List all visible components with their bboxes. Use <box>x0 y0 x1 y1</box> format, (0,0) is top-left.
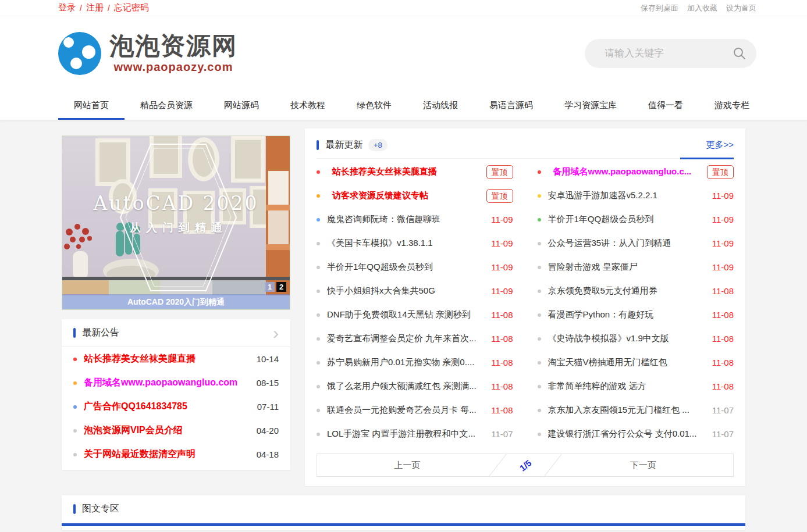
register-link[interactable]: 注册 <box>86 2 104 13</box>
update-row[interactable]: 冒险射击游戏 皇家僵尸 11-09 <box>538 255 734 279</box>
bullet-dot-icon <box>538 194 541 198</box>
nav-item[interactable]: 易语言源码 <box>474 90 549 120</box>
update-link[interactable]: 站长推荐美女丝袜美腿直播 <box>327 166 479 177</box>
update-row[interactable]: 魔鬼咨询师阮琦：微信趣聊班 11-09 <box>317 208 513 231</box>
save-to-desktop-link[interactable]: 保存到桌面 <box>641 3 678 13</box>
update-row[interactable]: 联通会员一元抢购爱奇艺会员月卡 每... 11-08 <box>317 398 513 422</box>
carousel-indicator[interactable]: 2 <box>276 282 286 292</box>
update-row[interactable]: 快手小姐姐抖x大合集共50G 11-09 <box>317 279 513 303</box>
update-link[interactable]: 备用域名www.paopaowangluo.c... <box>548 166 701 177</box>
update-link[interactable]: 联通会员一元抢购爱奇艺会员月卡 每... <box>327 405 484 416</box>
more-link[interactable]: 更多>> <box>706 140 734 151</box>
next-page-button[interactable]: 下一页 <box>553 454 734 476</box>
bullet-dot-icon <box>317 242 320 245</box>
search-input[interactable] <box>585 39 756 68</box>
announcement-link[interactable]: 广告合作QQ1641834785 <box>84 401 251 413</box>
update-link[interactable]: 京东领免费取5元支付通用券 <box>548 285 705 297</box>
carousel-image <box>62 136 290 295</box>
site-logo[interactable]: 泡泡资源网 www.paopaozy.com <box>58 32 237 75</box>
update-link[interactable]: 安卓迅游手游加速器v5.2.2.1 <box>548 190 705 201</box>
announcement-row[interactable]: 备用域名www.paopaowangluo.com 08-15 <box>73 371 279 395</box>
update-row[interactable]: 安卓迅游手游加速器v5.2.2.1 11-09 <box>538 184 734 208</box>
update-link[interactable]: 爱奇艺宣布调整会员定价 九年来首次... <box>327 333 484 344</box>
update-link[interactable]: 《史诗战争模拟器》v1.9中文版 <box>548 333 705 344</box>
update-link[interactable]: 半价开1年QQ超级会员秒到 <box>548 214 705 225</box>
site-url: www.paopaozy.com <box>114 60 233 74</box>
update-row[interactable]: DNF助手免费领取14天黑钻 亲测秒到 11-08 <box>317 303 513 327</box>
update-link[interactable]: LOL手游宝 内置手游注册教程和中文... <box>327 429 484 440</box>
nav-item[interactable]: 网站源码 <box>208 90 275 120</box>
bullet-dot-icon <box>538 266 541 269</box>
bullet-dot-icon <box>73 381 77 385</box>
update-link[interactable]: 看漫画学Python：有趣好玩 <box>548 309 705 320</box>
update-link[interactable]: 非常简单纯粹的游戏 远方 <box>548 381 705 392</box>
update-link[interactable]: 访客求资源反馈建议专帖 <box>327 190 479 201</box>
update-row[interactable]: 半价开1年QQ超级会员秒到 11-09 <box>538 208 734 231</box>
nav-item[interactable]: 活动线报 <box>407 90 474 120</box>
update-date: 11-07 <box>712 429 734 439</box>
update-link[interactable]: 冒险射击游戏 皇家僵尸 <box>548 262 705 273</box>
update-row[interactable]: 站长推荐美女丝袜美腿直播 置顶 <box>317 160 513 184</box>
login-link[interactable]: 登录 <box>58 2 76 13</box>
update-link[interactable]: 《美国卡车模拟》v1.38.1.1 <box>327 238 484 249</box>
carousel-indicator[interactable]: 1 <box>265 282 275 292</box>
update-link[interactable]: 饿了么老用户领大额满减红包 亲测满... <box>327 381 484 392</box>
new-count-badge: +8 <box>368 139 387 151</box>
update-link[interactable]: 半价开1年QQ超级会员秒到 <box>327 262 484 273</box>
carousel[interactable]: AutoCAD 2020 从入门到精通 1 2 AutoCAD 2020入门到精… <box>62 135 290 310</box>
chevron-right-icon[interactable]: › <box>273 324 279 342</box>
nav-item[interactable]: 游戏专栏 <box>699 90 765 120</box>
update-row[interactable]: 建设银行浙江省分行公众号 支付0.01... 11-07 <box>538 422 734 446</box>
nav-item[interactable]: 值得一看 <box>632 90 699 120</box>
updates-title: 最新更新 <box>325 139 362 151</box>
update-link[interactable]: 淘宝天猫V榜抽通用无门槛红包 <box>548 357 705 368</box>
update-row[interactable]: 半价开1年QQ超级会员秒到 11-09 <box>317 255 513 279</box>
update-row[interactable]: 淘宝天猫V榜抽通用无门槛红包 11-08 <box>538 351 734 374</box>
update-row[interactable]: 爱奇艺宣布调整会员定价 九年来首次... 11-08 <box>317 327 513 351</box>
update-row[interactable]: 《史诗战争模拟器》v1.9中文版 11-08 <box>538 327 734 351</box>
sticky-badge: 置顶 <box>486 189 513 203</box>
prev-page-button[interactable]: 上一页 <box>317 454 497 476</box>
update-row[interactable]: 访客求资源反馈建议专帖 置顶 <box>317 184 513 208</box>
announcement-link[interactable]: 泡泡资源网VIP会员介绍 <box>84 424 251 437</box>
bullet-dot-icon <box>538 170 541 174</box>
bullet-dot-icon <box>538 337 541 341</box>
update-row[interactable]: 京东领免费取5元支付通用券 11-08 <box>538 279 734 303</box>
update-link[interactable]: 京东加入京友圈领15元无门槛红包 ... <box>548 405 705 416</box>
announcement-link[interactable]: 站长推荐美女丝袜美腿直播 <box>84 353 251 365</box>
nav-item[interactable]: 绿色软件 <box>341 90 407 120</box>
update-link[interactable]: 苏宁易购新用户0.01元撸实物 亲测0.... <box>327 357 484 368</box>
nav-item[interactable]: 技术教程 <box>275 90 341 120</box>
update-link[interactable]: 魔鬼咨询师阮琦：微信趣聊班 <box>327 214 484 225</box>
update-date: 11-09 <box>712 215 734 224</box>
update-link[interactable]: 公众号运营35讲：从入门到精通 <box>548 238 705 249</box>
update-row[interactable]: 看漫画学Python：有趣好玩 11-08 <box>538 303 734 327</box>
update-row[interactable]: 京东加入京友圈领15元无门槛红包 ... 11-07 <box>538 398 734 422</box>
bullet-dot-icon <box>538 313 541 317</box>
forgot-password-link[interactable]: 忘记密码 <box>114 2 149 13</box>
add-favorite-link[interactable]: 加入收藏 <box>687 3 717 13</box>
announcement-row[interactable]: 站长推荐美女丝袜美腿直播 10-14 <box>73 347 279 371</box>
nav-item[interactable]: 网站首页 <box>58 90 125 120</box>
set-homepage-link[interactable]: 设为首页 <box>726 3 756 13</box>
announcement-link[interactable]: 关于网站最近数据清空声明 <box>84 448 251 460</box>
search-icon[interactable] <box>733 47 746 60</box>
announcement-row[interactable]: 关于网站最近数据清空声明 04-18 <box>73 442 279 466</box>
update-row[interactable]: 苏宁易购新用户0.01元撸实物 亲测0.... 11-08 <box>317 351 513 374</box>
update-link[interactable]: DNF助手免费领取14天黑钻 亲测秒到 <box>327 309 484 320</box>
update-row[interactable]: 备用域名www.paopaowangluo.c... 置顶 <box>538 160 734 184</box>
bullet-dot-icon <box>317 170 320 174</box>
update-row[interactable]: 公众号运营35讲：从入门到精通 11-09 <box>538 231 734 255</box>
announcement-link[interactable]: 备用域名www.paopaowangluo.com <box>84 377 251 389</box>
announcement-row[interactable]: 泡泡资源网VIP会员介绍 04-20 <box>73 419 279 442</box>
update-link[interactable]: 建设银行浙江省分行公众号 支付0.01... <box>548 429 705 440</box>
update-row[interactable]: 非常简单纯粹的游戏 远方 11-08 <box>538 374 734 398</box>
update-link[interactable]: 快手小姐姐抖x大合集共50G <box>327 285 484 297</box>
nav-item[interactable]: 学习资源宝库 <box>549 90 632 120</box>
update-row[interactable]: 饿了么老用户领大额满减红包 亲测满... 11-08 <box>317 374 513 398</box>
update-row[interactable]: LOL手游宝 内置手游注册教程和中文... 11-07 <box>317 422 513 446</box>
update-row[interactable]: 《美国卡车模拟》v1.38.1.1 11-09 <box>317 231 513 255</box>
announcement-row[interactable]: 广告合作QQ1641834785 07-11 <box>73 395 279 419</box>
update-date: 11-08 <box>712 286 734 296</box>
nav-item[interactable]: 精品会员资源 <box>125 90 208 120</box>
